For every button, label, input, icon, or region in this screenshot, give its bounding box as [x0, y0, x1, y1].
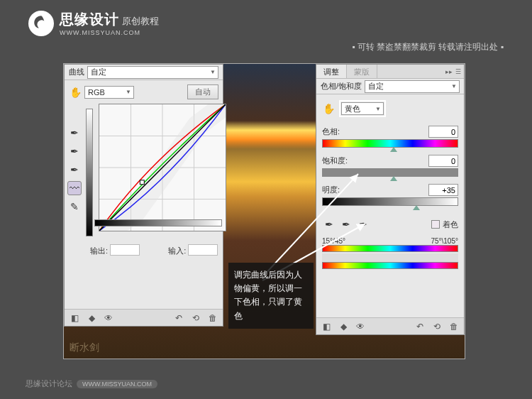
- hue-title: 色相/饱和度: [321, 81, 362, 92]
- tab-adjust[interactable]: 调整: [316, 65, 347, 78]
- input-input[interactable]: [188, 244, 218, 256]
- lightness-slider[interactable]: [322, 197, 458, 206]
- pencil-tool-icon[interactable]: ✎: [67, 200, 82, 214]
- range-left-label: 15°/45°: [322, 237, 345, 245]
- curves-title: 曲线: [69, 67, 84, 77]
- curves-panel: 曲线 自定 ✋ RGB 自动 ✒ ✒ ✒ 〰 ✎: [64, 64, 223, 327]
- clip-icon[interactable]: ◆: [338, 321, 349, 332]
- auto-button[interactable]: 自动: [187, 84, 218, 99]
- brand-logo: 思缘设计 原创教程 WWW.MISSYUAN.COM: [28, 10, 159, 36]
- reset-icon[interactable]: ⟲: [431, 321, 443, 332]
- hue-footer: ◧ ◆ 👁 ↶ ⟲ 🗑: [316, 317, 464, 334]
- trash-icon[interactable]: 🗑: [207, 312, 218, 324]
- workspace-canvas: 曲线 自定 ✋ RGB 自动 ✒ ✒ ✒ 〰 ✎: [63, 63, 465, 359]
- output-input[interactable]: [110, 244, 140, 256]
- page-footer: 思缘设计论坛 WWW.MISSYUAN.COM: [26, 378, 157, 389]
- curve-tool-icon[interactable]: 〰: [67, 181, 82, 195]
- visibility-icon[interactable]: 👁: [103, 312, 114, 324]
- output-label: 输出:: [90, 246, 108, 255]
- prev-state-icon[interactable]: ↶: [173, 312, 184, 324]
- copyright-notice: ▪ 可转 禁盗禁翻禁裁剪 转载请注明出处 ▪: [352, 41, 504, 53]
- eyedropper-plus-icon[interactable]: ✒: [67, 144, 82, 158]
- footer-url: WWW.MISSYUAN.COM: [77, 380, 157, 388]
- vertical-gradient: [86, 109, 93, 236]
- eyedropper-minus-icon[interactable]: ✒: [67, 163, 82, 177]
- hue-slider[interactable]: [322, 139, 458, 148]
- lightness-input[interactable]: [428, 184, 458, 196]
- horizontal-gradient: [94, 219, 222, 226]
- curves-footer: ◧ ◆ 👁 ↶ ⟲ 🗑: [65, 309, 223, 326]
- tab-menu-icon[interactable]: ☰: [455, 68, 461, 75]
- colorize-label: 着色: [443, 219, 458, 230]
- hue-saturation-panel: 调整 蒙版 ▸▸ ☰ 色相/饱和度 自定 ✋ 黄色 色相: 饱和度:: [316, 64, 465, 335]
- colorize-checkbox[interactable]: 着色: [431, 219, 458, 230]
- saturation-input[interactable]: [428, 155, 458, 167]
- visibility-icon[interactable]: 👁: [355, 321, 366, 332]
- footer-label: 思缘设计论坛: [26, 378, 72, 389]
- eyedropper-icon[interactable]: ✒: [67, 126, 82, 140]
- logo-title: 思缘设计: [60, 11, 119, 27]
- reset-icon[interactable]: ⟲: [190, 312, 201, 324]
- range-right-label: 75°\105°: [431, 237, 458, 245]
- trash-icon[interactable]: 🗑: [448, 321, 460, 332]
- target-adjust-icon[interactable]: ✋: [322, 102, 335, 115]
- author-watermark: 断水剑: [70, 341, 99, 354]
- tab-mask[interactable]: 蒙版: [347, 65, 377, 78]
- prev-state-icon[interactable]: ↶: [414, 321, 426, 332]
- curves-preset-select[interactable]: 自定: [87, 66, 218, 79]
- input-label: 输入:: [168, 246, 186, 255]
- curves-graph[interactable]: [99, 104, 226, 231]
- saturation-slider[interactable]: [322, 168, 458, 177]
- range-marker[interactable]: [322, 253, 458, 262]
- eyedropper-icon[interactable]: ✒: [322, 217, 336, 231]
- logo-subtitle: 原创教程: [122, 16, 159, 26]
- layer-icon[interactable]: ◧: [69, 312, 80, 324]
- hue-label: 色相:: [322, 126, 340, 137]
- curves-grid: [99, 104, 226, 231]
- color-range-highlight: 黄色: [339, 100, 386, 117]
- svg-rect-7: [140, 180, 144, 185]
- logo-swirl-icon: [28, 11, 54, 36]
- annotation-tooltip: 调完曲线后因为人物偏黄，所以调一下色相，只调了黄色: [228, 263, 314, 329]
- tab-collapse-icon[interactable]: ▸▸: [445, 68, 453, 75]
- hue-input[interactable]: [428, 126, 458, 138]
- range-spectrum-bottom: [322, 262, 458, 269]
- logo-url: WWW.MISSYUAN.COM: [60, 29, 159, 36]
- layer-icon[interactable]: ◧: [321, 321, 332, 332]
- lightness-label: 明度:: [322, 185, 340, 195]
- channel-select[interactable]: RGB: [84, 86, 134, 99]
- clip-icon[interactable]: ◆: [86, 312, 97, 324]
- eyedropper-add-icon[interactable]: ✒: [339, 217, 353, 231]
- hue-preset-select[interactable]: 自定: [365, 80, 460, 93]
- eyedropper-subtract-icon[interactable]: ✒: [356, 217, 370, 231]
- saturation-label: 饱和度:: [322, 155, 348, 166]
- color-range-select[interactable]: 黄色: [341, 102, 384, 115]
- target-adjust-icon[interactable]: ✋: [69, 86, 82, 99]
- range-spectrum-top[interactable]: [322, 245, 458, 252]
